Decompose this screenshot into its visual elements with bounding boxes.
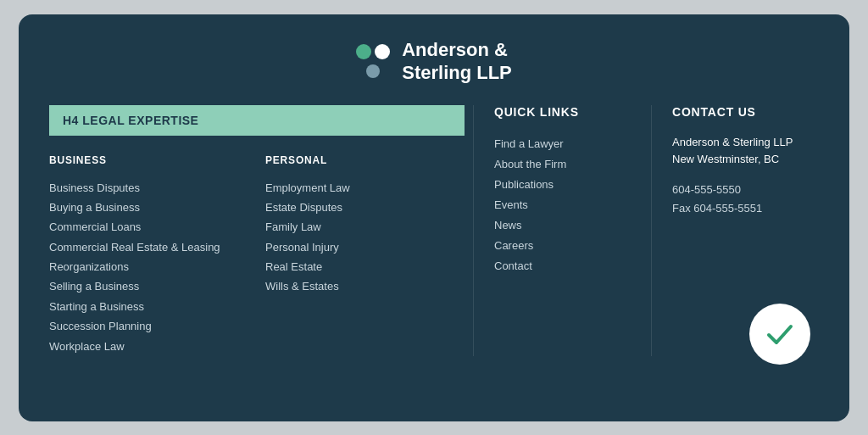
business-list: Business Disputes Buying a Business Comm…: [49, 178, 248, 357]
quick-link-item[interactable]: Find a Lawyer: [494, 134, 643, 154]
quick-link-item[interactable]: About the Firm: [494, 154, 643, 175]
logo-circle-gray: [366, 64, 380, 78]
contact-fax: Fax 604-555-5551: [672, 199, 819, 218]
expertise-columns: BUSINESS Business Disputes Buying a Busi…: [49, 154, 465, 357]
quick-links-list: Find a Lawyer About the Firm Publication…: [494, 134, 643, 276]
header: Anderson & Sterling LLP: [19, 14, 849, 105]
quick-links-section: QUICK LINKS Find a Lawyer About the Firm…: [473, 105, 643, 357]
list-item[interactable]: Estate Disputes: [265, 198, 465, 217]
list-item[interactable]: Selling a Business: [49, 276, 248, 296]
checkmark-circle: [749, 304, 810, 365]
list-item[interactable]: Buying a Business: [49, 198, 248, 217]
list-item[interactable]: Commercial Loans: [49, 217, 248, 237]
quick-links-title: QUICK LINKS: [494, 105, 643, 119]
contact-phone-info: 604-555-5550 Fax 604-555-5551: [672, 181, 819, 218]
list-item[interactable]: Real Estate: [265, 257, 465, 276]
list-item[interactable]: Commercial Real Estate & Leasing: [49, 237, 248, 257]
quick-link-item[interactable]: Publications: [494, 175, 643, 195]
contact-firm-name: Anderson & Sterling LLP: [672, 134, 819, 152]
list-item[interactable]: Employment Law: [265, 178, 465, 198]
business-column: BUSINESS Business Disputes Buying a Busi…: [49, 154, 248, 357]
contact-address: Anderson & Sterling LLP New Westminster,…: [672, 134, 819, 170]
list-item[interactable]: Starting a Business: [49, 297, 248, 316]
logo-icon: [356, 44, 390, 78]
quick-link-item[interactable]: News: [494, 215, 643, 236]
list-item[interactable]: Succession Planning: [49, 316, 248, 336]
expertise-section: H4 LEGAL EXPERTISE BUSINESS Business Dis…: [49, 105, 465, 357]
personal-heading: PERSONAL: [265, 154, 465, 166]
list-item[interactable]: Workplace Law: [49, 337, 248, 356]
contact-phone: 604-555-5550: [672, 181, 819, 199]
personal-column: PERSONAL Employment Law Estate Disputes …: [265, 154, 465, 357]
business-heading: BUSINESS: [49, 154, 248, 166]
main-content: H4 LEGAL EXPERTISE BUSINESS Business Dis…: [19, 105, 849, 357]
contact-title: CONTACT US: [672, 105, 819, 119]
list-item[interactable]: Family Law: [265, 217, 465, 237]
firm-name-line1: Anderson &: [402, 38, 512, 62]
list-item[interactable]: Wills & Estates: [265, 276, 465, 296]
expertise-heading-bar: H4 LEGAL EXPERTISE: [49, 105, 465, 136]
list-item[interactable]: Personal Injury: [265, 237, 465, 257]
main-card: Anderson & Sterling LLP H4 LEGAL EXPERTI…: [19, 14, 849, 421]
logo-circle-white: [375, 44, 390, 59]
firm-name-line2: Sterling LLP: [402, 61, 512, 85]
quick-link-item[interactable]: Contact: [494, 256, 643, 276]
list-item[interactable]: Business Disputes: [49, 178, 248, 198]
quick-link-item[interactable]: Careers: [494, 236, 643, 256]
logo-text: Anderson & Sterling LLP: [402, 38, 512, 85]
contact-section: CONTACT US Anderson & Sterling LLP New W…: [651, 105, 819, 357]
contact-city: New Westminster, BC: [672, 151, 819, 169]
list-item[interactable]: Reorganizations: [49, 257, 248, 276]
personal-list: Employment Law Estate Disputes Family La…: [265, 178, 465, 297]
checkmark-icon: [764, 318, 796, 350]
quick-link-item[interactable]: Events: [494, 195, 643, 215]
logo-circle-green: [356, 44, 371, 59]
expertise-title: H4 LEGAL EXPERTISE: [63, 114, 451, 127]
